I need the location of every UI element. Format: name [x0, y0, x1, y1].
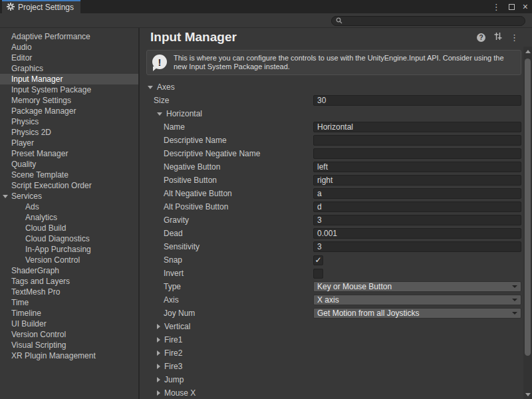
axis-dropdown[interactable]: X axis — [313, 295, 521, 305]
field-label: Axis — [140, 295, 179, 305]
sidebar-item-tags-and-layers[interactable]: Tags and Layers — [0, 276, 138, 287]
type-dropdown[interactable]: Key or Mouse Button — [313, 281, 521, 292]
page-title: Input Manager — [150, 30, 477, 45]
sidebar-item-preset-manager[interactable]: Preset Manager — [0, 148, 138, 159]
sidebar-item-graphics[interactable]: Graphics — [0, 63, 138, 74]
presets-icon[interactable] — [493, 32, 502, 43]
sidebar-item-adaptive-performance[interactable]: Adaptive Performance — [0, 31, 138, 42]
sidebar-item-quality[interactable]: Quality — [0, 159, 138, 170]
sidebar-item-physics[interactable]: Physics — [0, 116, 138, 127]
sidebar-item-services-cloud-build[interactable]: Cloud Build — [0, 223, 138, 233]
row-axes-foldout[interactable]: Axes — [140, 80, 532, 94]
sidebar-item-textmesh-pro[interactable]: TextMesh Pro — [0, 287, 138, 297]
window-menu-icon[interactable]: ⋮ — [492, 3, 501, 11]
size-input[interactable] — [313, 95, 521, 106]
gravity-input[interactable] — [313, 215, 521, 225]
sidebar-item-services[interactable]: Services — [0, 191, 138, 201]
row-horizontal-foldout[interactable]: Horizontal — [140, 107, 532, 120]
foldout-label: Mouse X — [164, 388, 196, 398]
vertical-scrollbar[interactable] — [523, 47, 532, 399]
foldout-label: Fire2 — [164, 348, 182, 358]
row-jump-foldout[interactable]: Jump — [140, 373, 532, 386]
panel-menu-icon[interactable]: ⋮ — [510, 33, 519, 42]
dead-input[interactable] — [313, 228, 521, 239]
sidebar-item-package-manager[interactable]: Package Manager — [0, 106, 138, 116]
sidebar-item-label: Services — [11, 192, 42, 201]
sidebar-item-scene-template[interactable]: Scene Template — [0, 170, 138, 180]
close-icon[interactable]: × — [523, 2, 528, 11]
sidebar-item-services-analytics[interactable]: Analytics — [0, 212, 138, 223]
sidebar-item-services-cloud-diagnostics[interactable]: Cloud Diagnostics — [0, 233, 138, 244]
sidebar-item-physics-2d[interactable]: Physics 2D — [0, 127, 138, 138]
descriptive-name-input[interactable] — [313, 135, 521, 146]
row-fire1-foldout[interactable]: Fire1 — [140, 333, 532, 346]
row-type: Type Key or Mouse Button — [140, 280, 532, 293]
sidebar-item-xr-plugin-management[interactable]: XR Plugin Management — [0, 350, 138, 361]
sidebar-item-visual-scripting[interactable]: Visual Scripting — [0, 340, 138, 350]
sidebar-item-timeline[interactable]: Timeline — [0, 308, 138, 319]
row-fire3-foldout[interactable]: Fire3 — [140, 360, 532, 373]
row-mouse-x-foldout[interactable]: Mouse X — [140, 386, 532, 399]
sidebar-item-time[interactable]: Time — [0, 297, 138, 308]
row-dead: Dead — [140, 227, 532, 240]
sidebar-item-shadergraph[interactable]: ShaderGraph — [0, 265, 138, 276]
foldout-closed-icon[interactable] — [157, 337, 160, 342]
foldout-closed-icon[interactable] — [157, 350, 160, 356]
row-vertical-foldout[interactable]: Vertical — [140, 320, 532, 333]
foldout-closed-icon[interactable] — [157, 377, 160, 382]
joy-num-dropdown[interactable]: Get Motion from all Joysticks — [313, 308, 521, 319]
sidebar-item-services-version-control[interactable]: Version Control — [0, 255, 138, 265]
chevron-down-icon — [512, 299, 517, 301]
negative-button-input[interactable] — [313, 162, 521, 172]
descriptive-negative-name-input[interactable] — [313, 148, 521, 159]
tab-project-settings[interactable]: Project Settings — [2, 0, 80, 13]
foldout-closed-icon[interactable] — [157, 364, 160, 369]
sidebar-item-memory-settings[interactable]: Memory Settings — [0, 95, 138, 106]
foldout-open-icon[interactable] — [3, 195, 8, 198]
foldout-label: Fire3 — [164, 362, 182, 371]
scroll-up-icon[interactable] — [523, 47, 532, 56]
sidebar-item-ui-builder[interactable]: UI Builder — [0, 319, 138, 329]
scroll-down-icon[interactable] — [523, 390, 532, 399]
chevron-down-icon — [512, 285, 517, 288]
field-label: Dead — [140, 229, 183, 238]
row-axis: Axis X axis — [140, 293, 532, 307]
field-label: Descriptive Name — [140, 136, 227, 145]
field-label: Alt Negative Button — [140, 189, 232, 198]
alt-negative-button-input[interactable] — [313, 188, 521, 199]
sidebar-item-input-manager[interactable]: Input Manager — [0, 74, 138, 84]
sidebar-item-script-execution-order[interactable]: Script Execution Order — [0, 180, 138, 191]
field-label: Gravity — [140, 215, 189, 225]
positive-button-input[interactable] — [313, 175, 521, 186]
sensitivity-input[interactable] — [313, 241, 521, 252]
field-label: Descriptive Negative Name — [140, 149, 260, 158]
invert-checkbox[interactable] — [313, 269, 323, 279]
sidebar-item-audio[interactable]: Audio — [0, 42, 138, 53]
foldout-closed-icon[interactable] — [157, 324, 160, 329]
sidebar-item-version-control[interactable]: Version Control — [0, 329, 138, 340]
row-joy-num: Joy Num Get Motion from all Joysticks — [140, 307, 532, 320]
sidebar-item-services-ads[interactable]: Ads — [0, 201, 138, 212]
maximize-icon[interactable] — [509, 4, 515, 10]
row-fire2-foldout[interactable]: Fire2 — [140, 346, 532, 360]
sidebar-item-player[interactable]: Player — [0, 138, 138, 148]
name-input[interactable] — [313, 122, 521, 132]
foldout-closed-icon[interactable] — [157, 390, 160, 396]
foldout-open-icon[interactable] — [148, 86, 153, 89]
sidebar-item-input-system-package[interactable]: Input System Package — [0, 84, 138, 95]
field-label: Size — [140, 96, 169, 105]
scrollbar-thumb[interactable] — [525, 59, 531, 356]
search-input[interactable] — [345, 17, 521, 25]
help-icon[interactable]: ? — [477, 33, 485, 42]
alt-positive-button-input[interactable] — [313, 201, 521, 212]
foldout-open-icon[interactable] — [157, 112, 162, 116]
sidebar-item-services-in-app-purchasing[interactable]: In-App Purchasing — [0, 244, 138, 255]
dropdown-value: X axis — [317, 295, 339, 305]
row-size: Size — [140, 94, 532, 107]
gear-icon — [7, 3, 15, 13]
search-box[interactable] — [331, 16, 525, 26]
snap-checkbox[interactable]: ✓ — [313, 255, 323, 265]
sidebar-item-editor[interactable]: Editor — [0, 53, 138, 63]
field-label: Type — [140, 282, 181, 291]
dropdown-value: Key or Mouse Button — [317, 282, 392, 291]
